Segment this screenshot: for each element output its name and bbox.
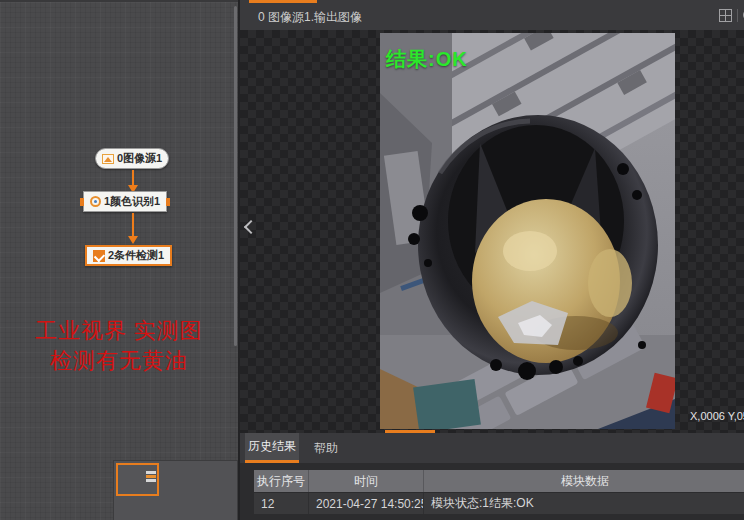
col-header-module-data: 模块数据 xyxy=(424,470,744,492)
table-row[interactable]: 12 2021-04-27 14:50:25:554 模块状态:1结果:OK xyxy=(254,493,744,514)
result-ok-overlay: 结果:OK xyxy=(386,46,468,73)
history-results-table: 执行序号 时间 模块数据 12 2021-04-27 14:50:25:554 … xyxy=(254,470,744,514)
cell-exec-index: 12 xyxy=(254,493,309,514)
flow-node-image-source[interactable]: 0图像源1 xyxy=(95,148,169,169)
cell-time: 2021-04-27 14:50:25:554 xyxy=(309,493,424,514)
table-header-row: 执行序号 时间 模块数据 xyxy=(254,470,744,492)
history-panel: 历史结果 帮助 执行序号 时间 模块数据 12 2021-04-27 14:50… xyxy=(238,433,744,520)
watermark-annotation-line1: 工业视界 实测图 xyxy=(0,316,238,346)
grid-layout-icon[interactable] xyxy=(719,9,732,22)
toolbar-divider xyxy=(737,9,738,22)
vision-app-window: 0图像源1 1颜色识别1 2条件检测1 工业视界 实测图 检测有无黄油 0 图像… xyxy=(0,0,744,520)
flow-node-color-recognition[interactable]: 1颜色识别1 xyxy=(83,191,167,212)
tab-history-results[interactable]: 历史结果 xyxy=(245,433,299,463)
condition-check-icon xyxy=(93,250,105,262)
flow-node-label: 1颜色识别1 xyxy=(104,196,160,207)
flow-node-label: 2条件检测1 xyxy=(108,250,164,261)
active-tab-indicator xyxy=(249,0,317,3)
cursor-coordinates: X,0006 Y,050 xyxy=(690,410,744,422)
flowchart-canvas[interactable]: 0图像源1 1颜色识别1 2条件检测1 工业视界 实测图 检测有无黄油 xyxy=(0,0,238,520)
col-header-exec-index: 执行序号 xyxy=(254,470,309,492)
flowchart-scrollbar[interactable] xyxy=(234,6,237,346)
bottom-tab-bar: 历史结果 帮助 xyxy=(240,433,744,463)
flow-node-condition-check[interactable]: 2条件检测1 xyxy=(85,245,172,266)
watermark-annotation-line2: 检测有无黄油 xyxy=(0,346,238,376)
image-source-icon xyxy=(102,154,114,164)
minimap-viewport[interactable] xyxy=(116,463,159,496)
tab-resize-corner-icon xyxy=(336,17,341,22)
layers-icon xyxy=(146,471,156,483)
image-viewer[interactable]: 结果:OK X,0006 Y,050 xyxy=(238,30,744,433)
flowchart-minimap xyxy=(113,460,238,520)
flow-node-label: 0图像源1 xyxy=(117,153,162,164)
flow-connector-arrow xyxy=(132,213,134,237)
viewer-tab-bar: 0 图像源1.输出图像 xyxy=(238,0,744,30)
color-recognition-icon xyxy=(90,196,101,207)
viewer-tab-output-image[interactable]: 0 图像源1.输出图像 xyxy=(258,9,362,26)
tab-help[interactable]: 帮助 xyxy=(304,433,348,463)
cell-module-data: 模块状态:1结果:OK xyxy=(424,493,744,514)
col-header-time: 时间 xyxy=(309,470,424,492)
inspection-photo xyxy=(380,33,675,429)
collapse-left-icon[interactable] xyxy=(244,220,258,234)
flow-connector-arrow xyxy=(132,170,134,186)
